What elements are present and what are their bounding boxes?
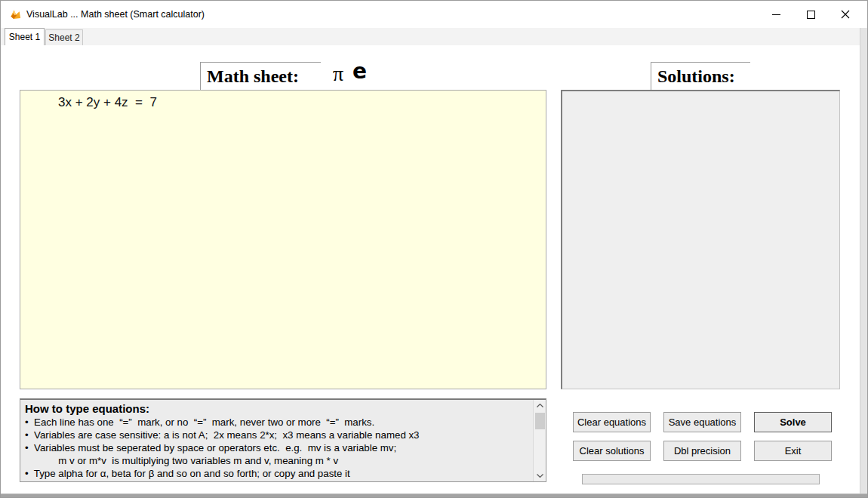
- instruction-line: • Each line has one “=” mark, or no “=” …: [25, 416, 528, 429]
- chevron-down-icon[interactable]: [534, 470, 546, 481]
- instructions-title: How to type equations:: [25, 402, 528, 416]
- solve-button[interactable]: Solve: [754, 412, 832, 432]
- instructions-panel: How to type equations: • Each line has o…: [20, 398, 546, 482]
- visuallab-logo-icon: [9, 8, 23, 21]
- app-window: VisualLab ... Math sheet (Smart calculat…: [0, 0, 868, 498]
- window-title: VisualLab ... Math sheet (Smart calculat…: [26, 1, 205, 28]
- tab-strip: Sheet 1 Sheet 2: [1, 28, 867, 45]
- math-sheet-header: Math sheet:: [200, 62, 321, 90]
- save-equations-button[interactable]: Save equations: [663, 412, 741, 432]
- chevron-up-icon[interactable]: [534, 400, 546, 411]
- solutions-output[interactable]: [561, 90, 840, 389]
- solutions-header: Solutions:: [651, 62, 750, 90]
- minimize-icon[interactable]: [759, 1, 793, 28]
- maximize-icon[interactable]: [793, 1, 828, 28]
- instructions-scrollbar[interactable]: [533, 400, 546, 481]
- instruction-line: • Type alpha for α, beta for β and so on…: [25, 467, 528, 480]
- instruction-line: • Variables must be seperated by space o…: [25, 441, 528, 454]
- e-symbol: e: [352, 58, 367, 85]
- window-controls: [759, 1, 863, 28]
- pi-symbol: π: [333, 60, 343, 88]
- instruction-line: m v or m*v is multiplying two variables …: [25, 454, 528, 467]
- exit-button[interactable]: Exit: [754, 441, 832, 461]
- progress-bar: [582, 474, 820, 484]
- close-icon[interactable]: [828, 1, 863, 28]
- clear-solutions-button[interactable]: Clear solutions: [573, 441, 651, 461]
- window-right-frame: [860, 28, 867, 494]
- title-bar: VisualLab ... Math sheet (Smart calculat…: [1, 1, 867, 28]
- tab-sheet-2[interactable]: Sheet 2: [45, 29, 83, 45]
- math-sheet-input[interactable]: 3x + 2y + 4z = 7: [20, 90, 546, 389]
- dbl-precision-button[interactable]: Dbl precision: [663, 441, 741, 461]
- window-bottom-frame: [1, 493, 867, 497]
- clear-equations-button[interactable]: Clear equations: [573, 412, 651, 432]
- instruction-line: • Σ (type Sigma) is reserved for computa…: [25, 480, 528, 482]
- instruction-line: • Variables are case sensitive: a is not…: [25, 429, 528, 441]
- scrollbar-thumb[interactable]: [535, 413, 545, 429]
- instructions-text: How to type equations: • Each line has o…: [20, 400, 531, 482]
- tab-sheet-1[interactable]: Sheet 1: [5, 28, 45, 45]
